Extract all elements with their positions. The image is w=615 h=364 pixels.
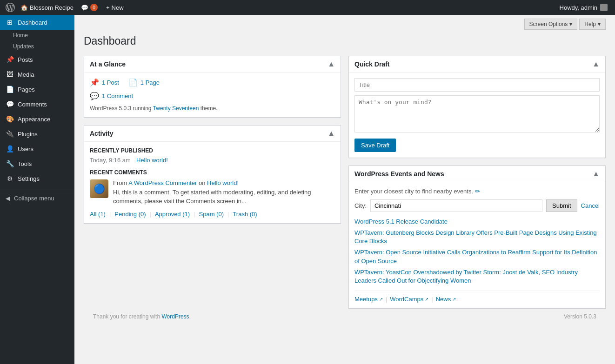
filter-spam[interactable]: Spam (0) [199,211,224,218]
page-icon: 📄 [128,78,138,87]
city-label: City: [354,202,367,209]
news-item-2[interactable]: WPTavern: Open Source Initiative Calls O… [354,248,600,265]
pages-icon: 📄 [6,86,14,93]
posts-link[interactable]: 1 Post [102,79,119,86]
commenter-link[interactable]: A WordPress Commenter [128,179,197,186]
news-item-1[interactable]: WPTavern: Gutenberg Blocks Design Librar… [354,229,600,245]
adminbar-items: 💬 0 + New [77,0,127,15]
footer-thanks: Thank you for creating with WordPress. [93,313,191,320]
sidebar-item-tools[interactable]: 🔧 Tools [0,156,74,171]
activity-toggle[interactable]: ▲ [328,129,335,138]
at-a-glance-toggle[interactable]: ▲ [328,60,335,68]
sidebar-item-settings[interactable]: ⚙ Settings [0,171,74,186]
activity-body: Recently Published Today, 9:16 am Hello … [84,142,341,223]
posts-icon: 📌 [6,56,14,63]
news-list: WordPress 5.1 Release Candidate WPTavern… [354,218,600,285]
comments-link[interactable]: 1 Comment [102,93,133,99]
quick-draft-title: Quick Draft [354,60,389,68]
submit-button[interactable]: Submit [546,199,577,212]
post-icon: 📌 [90,78,99,87]
wp-link[interactable]: WordPress [161,313,189,320]
adminbar-site-name[interactable]: 🏠 Blossom Recipe [17,0,77,15]
activity-item: Today, 9:16 am Hello world! [90,157,335,164]
comment-meta: From A WordPress Commenter on Hello worl… [113,179,335,186]
hello-world-link[interactable]: Hello world! [136,157,168,164]
save-draft-button[interactable]: Save Draft [354,139,396,152]
dashboard-grid: At a Glance ▲ 📌 1 Post 📄 [84,56,606,309]
chevron-down-icon-help: ▾ [598,21,601,27]
news-item-3[interactable]: WPTavern: YoastCon Overshadowed by Twitt… [354,268,600,285]
news-external-icon: ↗ [452,297,456,302]
users-icon: 👤 [6,145,14,152]
adminbar-right: Howdy, admin [556,4,611,11]
recent-comments-label: Recent Comments [90,169,335,176]
wp-wrap: ⊞ Dashboard Home Updates 📌 Posts 🖼 Media… [0,15,615,364]
adminbar-comments[interactable]: 💬 0 [77,0,101,15]
wp-events-body: Enter your closest city to find nearby e… [349,182,605,308]
news-link-footer[interactable]: News ↗ [436,296,456,303]
collapse-icon: ◀ [6,195,10,202]
sidebar-item-posts[interactable]: 📌 Posts [0,52,74,67]
quick-draft-widget: Quick Draft ▲ Save Draft [348,56,606,158]
meetups-external-icon: ↗ [379,297,383,302]
sep2: | [150,211,151,218]
appearance-icon: 🎨 [6,115,14,123]
filter-pending[interactable]: Pending (0) [114,211,146,218]
quick-draft-toggle[interactable]: ▲ [592,60,600,68]
filter-approved[interactable]: Approved (1) [155,211,190,218]
glance-posts: 📌 1 Post [90,78,119,87]
comment-text: Hi, this is a comment. To get started wi… [113,188,335,206]
sidebar-item-dashboard[interactable]: ⊞ Dashboard [0,15,74,30]
sidebar-item-plugins[interactable]: 🔌 Plugins [0,126,74,141]
site-icon: 🏠 [20,4,28,11]
help-button[interactable]: Help ▾ [579,19,606,30]
theme-link[interactable]: Twenty Seventeen [153,105,199,112]
sidebar-item-updates[interactable]: Updates [0,41,74,52]
pages-link[interactable]: 1 Page [140,79,160,86]
quick-draft-body: Save Draft [349,73,605,158]
right-column: Quick Draft ▲ Save Draft WordPress Event… [348,56,606,309]
admin-bar: 🏠 Blossom Recipe 💬 0 + New Howdy, admin [0,0,615,15]
filter-all[interactable]: All (1) [90,211,106,218]
comment-bubble-icon: 💬 [81,4,88,11]
wp-avatar-icon: 🔵 [94,183,105,194]
sidebar-item-home[interactable]: Home [0,30,74,41]
collapse-menu[interactable]: ◀ Collapse menu [0,190,74,206]
left-column: At a Glance ▲ 📌 1 Post 📄 [84,56,341,224]
city-row: City: Submit Cancel [354,199,600,212]
sep4: | [227,211,229,218]
screen-options-button[interactable]: Screen Options ▾ [524,19,578,30]
glance-meta: WordPress 5.0.3 running Twenty Seventeen… [90,105,335,112]
at-a-glance-title: At a Glance [90,60,126,68]
comment-content: From A WordPress Commenter on Hello worl… [113,179,335,206]
adminbar-new[interactable]: + New [102,0,127,15]
events-intro: Enter your closest city to find nearby e… [354,188,600,195]
draft-body-textarea[interactable] [354,95,600,132]
avatar [600,4,608,11]
news-item-0[interactable]: WordPress 5.1 Release Candidate [354,218,600,226]
wp-events-widget: WordPress Events and News ▲ Enter your c… [348,165,606,309]
at-a-glance-body: 📌 1 Post 📄 1 Page 💬 1 Comment [84,73,341,117]
footer-sep2: | [431,296,433,303]
sidebar-item-users[interactable]: 👤 Users [0,141,74,156]
howdy-text[interactable]: Howdy, admin [556,4,611,11]
sidebar-item-pages[interactable]: 📄 Pages [0,82,74,97]
wp-events-title: WordPress Events and News [354,170,444,178]
activity-title: Activity [90,130,114,137]
glance-pages: 📄 1 Page [128,78,160,87]
city-input[interactable] [370,199,542,212]
sidebar-item-comments[interactable]: 💬 Comments [0,97,74,112]
filter-trash[interactable]: Trash (0) [233,211,257,218]
sidebar-item-appearance[interactable]: 🎨 Appearance [0,112,74,126]
wp-events-toggle[interactable]: ▲ [592,170,600,178]
sidebar-item-media[interactable]: 🖼 Media [0,67,74,82]
wp-events-header: WordPress Events and News ▲ [349,166,605,182]
glance-stats: 📌 1 Post 📄 1 Page [90,78,335,87]
comment-post-link[interactable]: Hello world! [207,179,239,186]
plus-icon: + [106,4,110,11]
meetups-link[interactable]: Meetups ↗ [354,296,383,303]
wp-logo[interactable] [4,0,17,15]
wordcamps-link[interactable]: WordCamps ↗ [390,296,428,303]
cancel-link[interactable]: Cancel [581,202,600,209]
draft-title-input[interactable] [354,78,600,92]
